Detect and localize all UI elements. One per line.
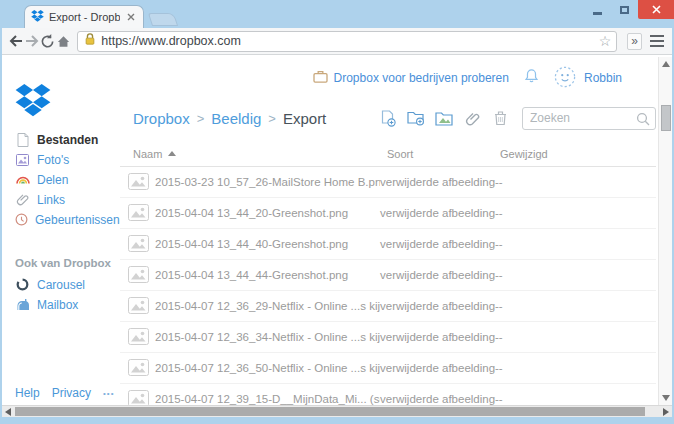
browser-frame: https://www.dropbox.com ☆ »: [2, 28, 672, 417]
link-icon[interactable]: [463, 109, 481, 127]
breadcrumb: Dropbox > Beeldig > Export: [133, 110, 326, 127]
horizontal-scroll-thumb[interactable]: [15, 407, 645, 416]
forward-icon[interactable]: [24, 31, 40, 51]
file-name[interactable]: 2015-04-04 13_44_40-Greenshot.png: [155, 238, 380, 250]
table-row[interactable]: 2015-04-07 12_39_15-D__MijnData_Mi... (s…: [120, 384, 656, 405]
breadcrumb-dropbox[interactable]: Dropbox: [133, 110, 190, 127]
close-button[interactable]: [638, 0, 674, 19]
image-file-icon: [128, 359, 155, 378]
file-modified: --: [495, 207, 656, 219]
history-clock-icon: [15, 213, 28, 226]
file-type: verwijderde afbeelding: [380, 300, 495, 312]
reload-icon[interactable]: [40, 31, 56, 51]
sidebar-item-carousel[interactable]: Carousel: [15, 275, 115, 294]
business-trial-label: Dropbox voor bedrijven proberen: [334, 71, 509, 85]
table-row[interactable]: 2015-04-07 12_36_50-Netflix - Online ...…: [120, 353, 656, 384]
shared-folder-icon[interactable]: [435, 109, 453, 127]
search-box[interactable]: [522, 107, 656, 130]
file-name[interactable]: 2015-04-07 12_36_29-Netflix - Online ...…: [155, 300, 380, 312]
mailbox-icon: [15, 298, 30, 311]
business-trial-link[interactable]: Dropbox voor bedrijven proberen: [313, 70, 509, 86]
browser-tab[interactable]: Export - Dropbox: [24, 5, 144, 28]
file-name[interactable]: 2015-04-07 12_36_50-Netflix - Online ...…: [155, 362, 380, 374]
back-icon[interactable]: [8, 31, 24, 51]
more-dots-icon[interactable]: •••: [103, 389, 114, 398]
image-file-icon: [128, 328, 155, 347]
file-name[interactable]: 2015-04-04 13_44_20-Greenshot.png: [155, 207, 380, 219]
url-bar[interactable]: https://www.dropbox.com ☆: [77, 31, 617, 52]
file-modified: --: [495, 362, 656, 374]
window-controls: [584, 0, 674, 19]
maximize-button[interactable]: [611, 0, 638, 19]
search-icon[interactable]: [636, 112, 650, 130]
file-name[interactable]: 2015-03-23 10_57_26-MailStore Home B.png: [155, 176, 380, 188]
column-header-naam[interactable]: Naam: [133, 148, 387, 160]
notifications-bell-icon[interactable]: [524, 68, 539, 88]
sidebar-item-mailbox[interactable]: Mailbox: [15, 295, 115, 314]
file-type: verwijderde afbeelding: [380, 207, 495, 219]
browser-window: Export - Dropbox: [0, 0, 674, 424]
breadcrumb-beeldig[interactable]: Beeldig: [211, 110, 261, 127]
breadcrumb-export: Export: [283, 110, 326, 127]
minimize-button[interactable]: [584, 0, 611, 19]
table-row[interactable]: 2015-04-04 13_44_40-Greenshot.png verwij…: [120, 229, 656, 260]
vertical-scrollbar[interactable]: [658, 57, 672, 405]
overflow-icon[interactable]: »: [627, 33, 642, 50]
file-name[interactable]: 2015-04-07 12_39_15-D__MijnData_Mi... (s…: [155, 393, 380, 405]
scroll-right-icon[interactable]: [663, 408, 669, 416]
vertical-scroll-thumb[interactable]: [661, 105, 671, 131]
table-row[interactable]: 2015-04-07 12_36_29-Netflix - Online ...…: [120, 291, 656, 322]
scroll-left-icon[interactable]: [5, 408, 11, 416]
bookmark-star-icon[interactable]: ☆: [599, 33, 612, 49]
home-icon[interactable]: [56, 31, 72, 51]
dropbox-logo[interactable]: [15, 84, 51, 121]
sidebar-item-gebeurtenissen[interactable]: Gebeurtenissen: [15, 210, 115, 229]
new-folder-icon[interactable]: [407, 109, 425, 127]
column-header-soort[interactable]: Soort: [387, 148, 500, 160]
image-file-icon: [128, 297, 155, 316]
briefcase-icon: [313, 70, 328, 86]
scroll-up-icon[interactable]: [662, 61, 670, 67]
deleted-files-icon[interactable]: [491, 109, 509, 127]
file-name[interactable]: 2015-04-04 13_44_44-Greenshot.png: [155, 269, 380, 281]
sidebar-item-label: Mailbox: [37, 298, 78, 312]
tab-close-icon[interactable]: [125, 11, 137, 23]
privacy-link[interactable]: Privacy: [52, 386, 91, 400]
new-file-icon[interactable]: [379, 109, 397, 127]
table-row[interactable]: 2015-04-07 12_36_34-Netflix - Online ...…: [120, 322, 656, 353]
table-row[interactable]: 2015-03-23 10_57_26-MailStore Home B.png…: [120, 167, 656, 198]
hamburger-menu-icon[interactable]: [650, 35, 664, 47]
padlock-icon[interactable]: [84, 32, 96, 50]
paperclip-icon: [15, 193, 30, 206]
help-link[interactable]: Help: [15, 386, 40, 400]
image-file-icon: [128, 204, 155, 223]
rainbow-icon: [15, 175, 30, 184]
file-modified: --: [495, 300, 656, 312]
sidebar-item-bestanden[interactable]: Bestanden: [15, 130, 115, 149]
breadcrumb-separator: >: [197, 111, 205, 126]
sidebar-item-delen[interactable]: Delen: [15, 170, 115, 189]
table-row[interactable]: 2015-04-04 13_44_44-Greenshot.png verwij…: [120, 260, 656, 291]
file-name[interactable]: 2015-04-07 12_36_34-Netflix - Online ...…: [155, 331, 380, 343]
breadcrumb-separator: >: [268, 111, 276, 126]
scroll-down-icon[interactable]: [662, 395, 670, 401]
sidebar-item-links[interactable]: Links: [15, 190, 115, 209]
dropbox-page: Bestanden Foto's Delen: [2, 55, 672, 405]
file-type: verwijderde afbeelding: [380, 362, 495, 374]
column-header-gewijzigd[interactable]: Gewijzigd: [500, 148, 548, 160]
sidebar-item-fotos[interactable]: Foto's: [15, 150, 115, 169]
avatar-smiley-icon: [554, 66, 576, 91]
url-text[interactable]: https://www.dropbox.com: [101, 34, 241, 48]
file-modified: --: [495, 393, 656, 405]
file-icon: [15, 133, 30, 147]
new-tab-button[interactable]: [148, 13, 178, 26]
sidebar-item-label: Carousel: [37, 278, 85, 292]
sidebar-item-label: Foto's: [37, 153, 69, 167]
file-modified: --: [495, 269, 656, 281]
horizontal-scrollbar[interactable]: [2, 405, 672, 417]
account-menu[interactable]: Robbin: [554, 66, 622, 91]
table-row[interactable]: 2015-04-04 13_44_20-Greenshot.png verwij…: [120, 198, 656, 229]
main-content: Dropbox voor bedrijven proberen Robbin: [120, 55, 656, 405]
file-type: verwijderde afbeelding: [380, 269, 495, 281]
file-modified: --: [495, 331, 656, 343]
